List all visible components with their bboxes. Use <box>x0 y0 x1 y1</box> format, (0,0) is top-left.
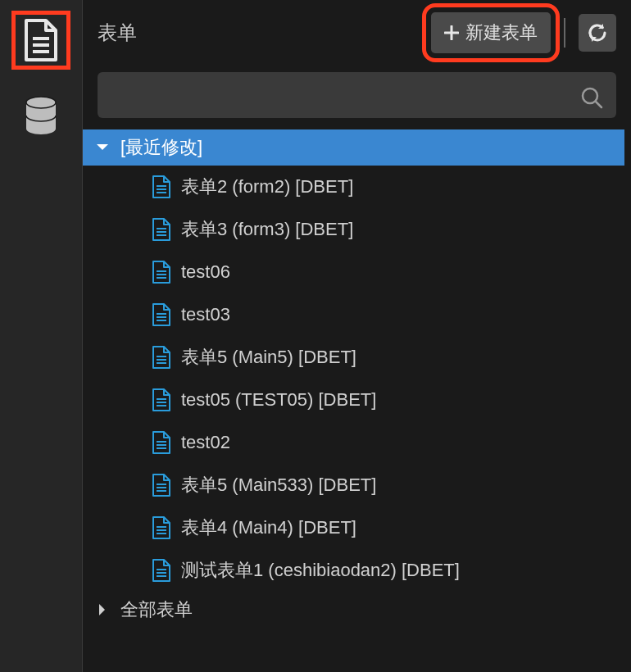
tree-item[interactable]: test06 <box>83 251 624 293</box>
chevron-right-icon <box>94 603 111 616</box>
form-icon <box>152 388 171 411</box>
form-icon <box>152 346 171 369</box>
plus-icon <box>444 25 459 40</box>
tree-item-label: test06 <box>181 261 230 283</box>
form-icon <box>152 431 171 454</box>
tree-item-label: test03 <box>181 304 230 325</box>
header: 表单 新建表单 <box>83 0 631 66</box>
tree-item[interactable]: 表单4 (Main4) [DBET] <box>83 506 624 549</box>
tree-group[interactable]: [最近修改] <box>83 129 624 166</box>
search-container <box>83 66 631 129</box>
left-sidebar <box>0 0 82 672</box>
tree-item[interactable]: test05 (TEST05) [DBET] <box>83 379 624 421</box>
tree-item-label: 表单5 (Main533) [DBET] <box>181 473 376 497</box>
main-panel: 表单 新建表单 <box>82 0 631 672</box>
form-icon <box>152 261 171 284</box>
page-title: 表单 <box>98 20 421 46</box>
sidebar-item-database[interactable] <box>16 90 66 141</box>
sidebar-item-forms[interactable] <box>16 15 66 66</box>
tree-item[interactable]: 表单5 (Main5) [DBET] <box>83 336 624 379</box>
new-form-button[interactable]: 新建表单 <box>431 12 551 53</box>
form-icon <box>152 218 171 241</box>
form-icon <box>152 303 171 326</box>
tree-item-label: 表单4 (Main4) [DBET] <box>181 515 356 540</box>
form-tree: [最近修改] 表单2 (form2) [DBET] 表单3 (form3) [D… <box>83 129 631 672</box>
tree-item-label: test02 <box>181 432 230 453</box>
tree-item[interactable]: 表单5 (Main533) [DBET] <box>83 464 624 506</box>
search-input[interactable] <box>98 72 616 118</box>
tree-item[interactable]: 表单2 (form2) [DBET] <box>83 166 624 208</box>
tree-item[interactable]: test03 <box>83 293 624 336</box>
tree-item-label: 表单5 (Main5) [DBET] <box>181 345 356 370</box>
form-icon <box>152 516 171 539</box>
form-icon <box>152 175 171 198</box>
form-icon <box>152 559 171 582</box>
tree-item-label: test05 (TEST05) [DBET] <box>181 389 376 411</box>
refresh-button[interactable] <box>579 14 616 52</box>
document-icon <box>23 19 59 61</box>
tree-group[interactable]: 全部表单 <box>83 592 624 628</box>
database-icon <box>23 96 59 135</box>
divider <box>564 18 565 48</box>
tree-group-label: 全部表单 <box>120 597 193 622</box>
tree-item-label: 测试表单1 (ceshibiaodan2) [DBET] <box>181 558 460 583</box>
tree-item[interactable]: test02 <box>83 421 624 464</box>
refresh-icon <box>587 22 608 43</box>
tree-group-label: [最近修改] <box>120 135 202 160</box>
tree-item-label: 表单2 (form2) [DBET] <box>181 175 353 199</box>
tree-item[interactable]: 表单3 (form3) [DBET] <box>83 208 624 251</box>
chevron-down-icon <box>94 143 111 152</box>
tree-item[interactable]: 测试表单1 (ceshibiaodan2) [DBET] <box>83 549 624 592</box>
new-form-label: 新建表单 <box>465 20 538 45</box>
tree-item-label: 表单3 (form3) [DBET] <box>181 217 353 242</box>
form-icon <box>152 474 171 497</box>
